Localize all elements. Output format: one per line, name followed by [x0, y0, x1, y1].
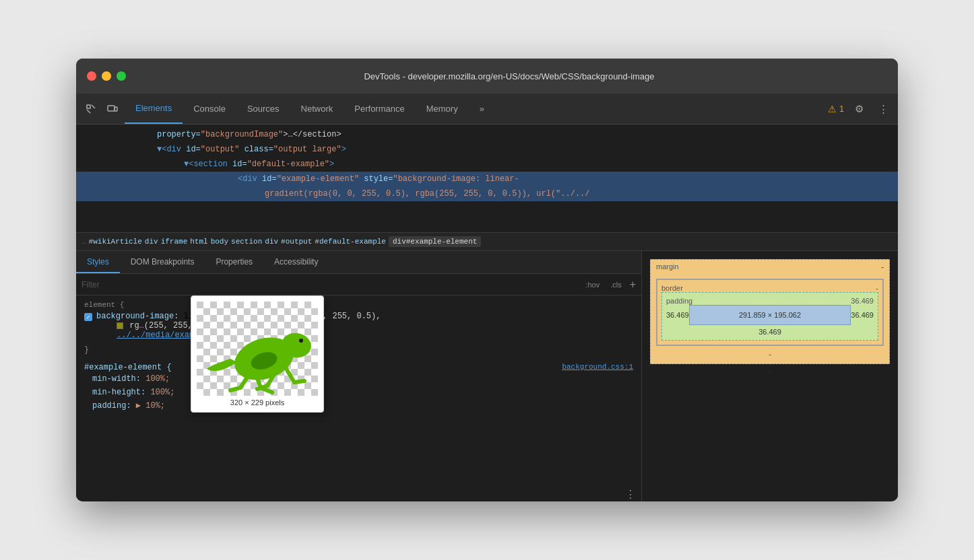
outer-bottom-value: - [650, 367, 890, 375]
closing-brace: } [84, 345, 633, 355]
content-box: 291.859 × 195.062 [689, 305, 851, 325]
border-value: - [876, 284, 878, 292]
padding-left-value: 36.469 [666, 311, 689, 319]
traffic-lights [87, 71, 126, 81]
css-prop-min-height: min-height: 100%; [84, 386, 633, 399]
titlebar: DevTools - developer.mozilla.org/en-US/d… [76, 59, 898, 94]
tab-network[interactable]: Network [290, 94, 344, 124]
tab-more[interactable]: » [469, 94, 495, 124]
warning-count: 1 [839, 104, 844, 114]
padding-label: padding [666, 297, 692, 305]
tab-sources[interactable]: Sources [236, 94, 290, 124]
border-inner: border - padding 36.469 36.469 [656, 279, 884, 346]
close-button[interactable] [87, 71, 96, 81]
add-rule-button[interactable]: + [630, 279, 636, 291]
margin-box: margin - border - padding 36.469 [650, 259, 890, 364]
toolbar-right: ⚠ 1 ⚙ ⋮ [828, 100, 892, 118]
padding-box: padding 36.469 36.469 291.859 × 195.062 … [661, 292, 878, 341]
filter-input[interactable] [82, 280, 577, 289]
image-dimensions: 320 × 229 pixels [197, 398, 318, 407]
tab-properties[interactable]: Properties [205, 251, 263, 273]
toolbar: Elements Console Sources Network Perform… [76, 94, 898, 125]
warning-icon: ⚠ [828, 104, 837, 114]
lower-panel: Styles DOM Breakpoints Properties Access… [76, 251, 898, 501]
property-checkbox[interactable] [84, 313, 92, 321]
responsive-icon[interactable] [103, 100, 122, 118]
css-selector: #example-element { [84, 363, 172, 372]
background-image-rule: background-image: linear-gradient( rgba(… [84, 312, 633, 340]
hov-button[interactable]: :hov [583, 279, 602, 290]
filter-bar: :hov .cls + [76, 274, 641, 295]
html-line-4[interactable]: <div id="example-element" style="backgro… [76, 172, 898, 186]
tab-dom-breakpoints[interactable]: DOM Breakpoints [120, 251, 205, 273]
css-prop-padding: padding: ▶ 10%; [84, 399, 633, 413]
cls-button[interactable]: .cls [608, 279, 624, 290]
html-panel: property="backgroundImage">…</section> ▼… [76, 125, 898, 232]
css-prop-min-width: min-width: 100%; [84, 372, 633, 386]
minimize-button[interactable] [102, 71, 111, 81]
tab-accessibility[interactable]: Accessibility [263, 251, 329, 273]
menu-button[interactable]: ⋮ [874, 100, 892, 118]
element-label: element { [84, 301, 633, 309]
tab-list: Elements Console Sources Network Perform… [125, 94, 825, 124]
more-options-button[interactable]: ⋮ [625, 488, 636, 501]
css-source-link[interactable]: background.css:1 [562, 363, 633, 371]
padding-right-value: 36.469 [851, 311, 874, 319]
border-box: border - padding 36.469 36.469 [656, 279, 884, 346]
border-label: border [661, 284, 683, 292]
panel-tabs: Styles DOM Breakpoints Properties Access… [76, 251, 641, 274]
inspector-icon[interactable] [82, 100, 100, 118]
devtools-window: DevTools - developer.mozilla.org/en-US/d… [76, 59, 898, 501]
breadcrumb: … #wikiArticle div iframe html body sect… [76, 232, 898, 251]
styles-panel: Styles DOM Breakpoints Properties Access… [76, 251, 642, 501]
tab-memory[interactable]: Memory [416, 94, 469, 124]
margin-bottom-value: - [656, 350, 884, 358]
tab-elements[interactable]: Elements [125, 94, 183, 124]
html-line-3: ▼<section id="default-example"> [76, 157, 898, 172]
warning-badge[interactable]: ⚠ 1 [828, 104, 844, 114]
color-swatch-2[interactable] [117, 322, 123, 329]
svg-rect-2 [115, 107, 117, 111]
svg-rect-1 [108, 106, 115, 111]
padding-top-value: 36.469 [851, 297, 874, 305]
content-dimensions: 291.859 × 195.062 [739, 311, 801, 319]
margin-value: - [881, 262, 884, 271]
tab-performance[interactable]: Performance [344, 94, 415, 124]
image-preview-canvas [197, 302, 318, 396]
margin-label: margin [656, 262, 679, 271]
main-content: property="backgroundImage">…</section> ▼… [76, 125, 898, 501]
box-model-panel: margin - border - padding 36.469 [642, 251, 898, 501]
image-preview-tooltip: 320 × 229 pixels [191, 295, 324, 413]
padding-bottom-value: 36.469 [666, 328, 874, 336]
window-title: DevTools - developer.mozilla.org/en-US/d… [131, 71, 887, 81]
tab-console[interactable]: Console [183, 94, 236, 124]
example-element-rule: #example-element { background.css:1 [84, 363, 633, 372]
svg-rect-0 [87, 105, 90, 108]
html-line-1: property="backgroundImage">…</section> [76, 127, 898, 142]
tab-styles[interactable]: Styles [76, 251, 120, 273]
settings-button[interactable]: ⚙ [849, 100, 868, 118]
html-line-5: gradient(rgba(0, 0, 255, 0.5), rgba(255,… [76, 186, 898, 201]
background-prop-section: background-image: linear-gradient( rgba(… [84, 312, 633, 340]
css-section: element { 320 × 229 pixels background-im… [76, 295, 641, 501]
html-line-2: ▼<div id="output" class="output large"> [76, 142, 898, 157]
maximize-button[interactable] [117, 71, 126, 81]
